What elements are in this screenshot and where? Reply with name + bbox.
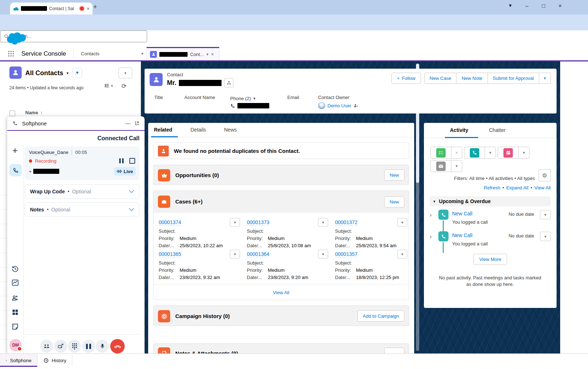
submit-for-approval-button[interactable]: Submit for Approval [488,73,539,84]
nav-tab-chevron-icon[interactable]: ▾ [141,51,143,56]
minimize-icon[interactable]: — [125,120,130,126]
window-minimize-button[interactable]: – [521,3,533,9]
expand-chevron-icon[interactable]: › [430,233,432,240]
opportunities-title[interactable]: Opportunities (0) [175,172,219,178]
view-more-button[interactable]: View More [473,254,507,265]
cases-view-all-link[interactable]: View All [273,290,289,295]
case-row-menu-button[interactable]: ▾ [397,250,407,258]
expand-all-link[interactable]: Expand All [506,185,528,190]
add-to-campaign-button[interactable]: Add to Campaign [357,310,404,322]
subtab-chevron-icon[interactable]: ▾ [206,52,209,57]
chevron-down-icon[interactable] [129,190,134,193]
case-number-link[interactable]: 00001373 [247,219,269,226]
chevron-down-icon[interactable]: ▾ [456,150,458,155]
nav-tab-contacts[interactable]: Contacts [81,51,99,56]
case-row-menu-button[interactable]: ▾ [318,218,328,227]
popout-icon[interactable] [134,121,140,126]
upcoming-overdue-section[interactable]: ▾ Upcoming & Overdue [430,196,551,206]
more-actions-dropdown-button[interactable]: ▾ [539,73,551,84]
activity-settings-button[interactable]: ⚙ [538,169,551,181]
owner-link[interactable]: Demo User [327,103,351,108]
window-close-button[interactable]: × [554,3,566,9]
analytics-icon[interactable] [11,279,19,287]
column-header-name[interactable]: Name [25,110,38,115]
case-row-menu-button[interactable]: ▾ [318,250,328,258]
cases-title[interactable]: Cases (6+) [175,198,202,205]
window-maximize-button[interactable]: □ [537,3,550,9]
case-number-link[interactable]: 00001365 [159,251,181,257]
new-case-list-button[interactable]: New [384,196,404,207]
tab-news[interactable]: News [224,127,237,133]
tab-related[interactable]: Related [154,127,172,133]
utility-tab-history[interactable]: History [38,354,72,367]
timeline-title-link[interactable]: New Call [452,232,472,238]
chevron-down-icon[interactable] [129,208,134,211]
email-button[interactable]: ▾ [430,160,462,172]
tab-chatter[interactable]: Chatter [489,127,506,133]
dialpad-button[interactable] [68,340,81,353]
refresh-list-icon[interactable]: ⟳ [121,82,126,90]
refresh-link[interactable]: Refresh [484,185,501,190]
log-call-button[interactable]: ▾ [464,147,496,159]
activity-filters-text[interactable]: Filters: All time • All activities • All… [454,176,535,181]
new-tab-button[interactable]: + [93,3,97,11]
chevron-down-icon[interactable]: ▾ [456,164,458,168]
notes-pad-icon[interactable] [11,323,19,331]
hierarchy-button[interactable] [224,78,233,87]
mute-button[interactable] [96,340,109,353]
app-name[interactable]: Service Console [21,50,66,57]
case-row-menu-button[interactable]: ▾ [397,218,407,227]
conference-button[interactable] [40,340,53,353]
browser-tab[interactable]: Contact | Sal × [10,3,93,14]
active-call-rail-icon[interactable] [9,164,22,176]
end-call-button[interactable] [110,339,125,353]
new-opportunity-button[interactable]: New [384,170,404,181]
agent-avatar[interactable]: DM [9,339,22,351]
chevron-down-icon[interactable]: ▾ [523,150,525,155]
app-launcher-waffle-icon[interactable] [8,51,14,57]
timeline-title-link[interactable]: New Call [452,211,472,216]
follow-button[interactable]: + Follow [391,73,421,84]
tab-search-chevron-icon[interactable]: ▾ [504,2,516,9]
timeline-item-menu-button[interactable]: ▾ [540,232,551,241]
workspace-subtab-contact[interactable]: Cont... ▾ × [146,47,219,60]
view-all-link[interactable]: View All [535,185,551,190]
case-number-link[interactable]: 00001372 [335,219,357,226]
display-as-button[interactable]: ▾ [104,83,113,88]
global-search-input[interactable] [12,33,143,39]
call-history-icon[interactable] [11,265,19,273]
change-owner-icon[interactable] [353,103,358,108]
list-view-chevron-icon[interactable]: ▾ [66,71,69,76]
case-row-menu-button[interactable]: ▾ [230,250,240,258]
agents-icon[interactable] [11,294,19,302]
salesforce-logo[interactable] [5,31,27,46]
new-event-button[interactable]: ▾ [498,147,529,159]
pause-recording-icon[interactable] [119,158,124,163]
timeline-item-menu-button[interactable]: ▾ [540,210,551,219]
case-row-menu-button[interactable]: ▾ [230,218,240,227]
tab-details[interactable]: Details [190,127,206,133]
chevron-down-icon[interactable]: ▾ [489,150,492,155]
notes-attachments-action-button[interactable] [384,348,404,353]
expand-chevron-icon[interactable]: › [430,211,432,219]
apps-grid-icon[interactable] [11,308,19,316]
utility-tab-softphone[interactable]: Softphone [0,354,38,367]
list-actions-dropdown-button[interactable]: ▾ [119,68,132,78]
hold-button[interactable] [82,340,95,353]
campaign-title[interactable]: Campaign History (0) [175,313,230,319]
tab-activity[interactable]: Activity [450,127,468,133]
case-number-link[interactable]: 00001364 [247,251,269,257]
notes-field[interactable]: Notes • Optional [25,202,140,217]
tab-close-icon[interactable]: × [87,6,90,12]
wrapup-field[interactable]: Wrap Up Code • Optional [25,184,140,199]
new-note-button[interactable]: New Note [456,73,488,84]
notes-attachments-title[interactable]: Notes & Attachments (0) [175,350,238,353]
case-number-link[interactable]: 00001374 [159,219,181,226]
select-all-checkbox[interactable] [9,111,15,116]
case-number-link[interactable]: 00001357 [335,251,357,257]
new-task-button[interactable]: ▾ [430,147,462,159]
stop-recording-icon[interactable] [129,158,135,164]
subtab-close-icon[interactable]: × [211,51,214,57]
new-case-button[interactable]: New Case [424,73,457,84]
transfer-button[interactable] [54,340,67,353]
